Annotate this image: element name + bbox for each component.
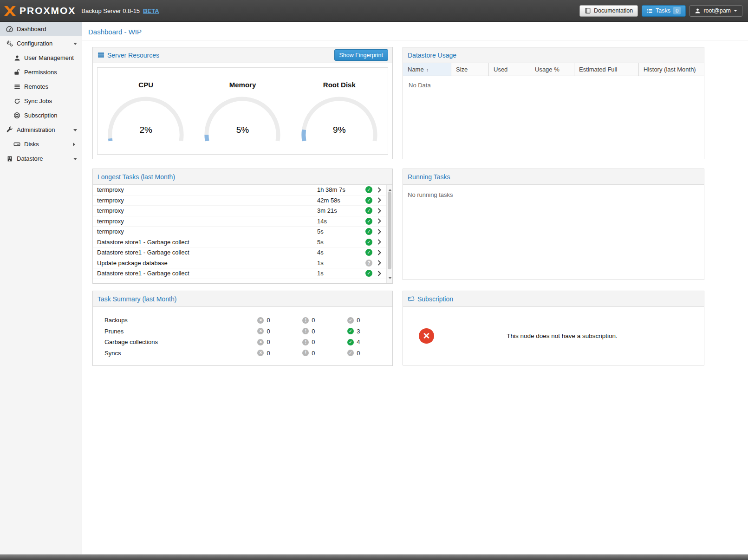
task-row[interactable]: termproxy3m 21s✓ (93, 206, 386, 216)
sidebar-item-remotes[interactable]: Remotes (0, 79, 82, 94)
chevron-right-icon[interactable] (372, 260, 386, 266)
summary-row[interactable]: Syncs ×0 !0 ✓0 (104, 348, 392, 359)
task-row[interactable]: Datastore store1 - Garbage collect4s✓ (93, 247, 386, 258)
error-icon: × (257, 328, 264, 334)
chevron-right-icon[interactable] (372, 229, 386, 234)
building-icon (6, 156, 13, 162)
chevron-right-icon[interactable] (372, 218, 386, 224)
task-status-icon: ? (365, 260, 372, 267)
summary-row[interactable]: Backups ×0 !0 ✓0 (104, 315, 392, 326)
chevron-right-icon[interactable] (372, 208, 386, 214)
user-icon (695, 8, 701, 14)
empty-text: No running tasks (403, 185, 704, 198)
memory-gauge: Memory 5% (196, 68, 289, 154)
task-status-icon: ✓ (365, 249, 372, 256)
column-header-used[interactable]: Used (489, 63, 530, 76)
grid-header: Name↑ Size Used Usage % Estimated Full H… (403, 63, 704, 76)
cpu-gauge-value: 2% (104, 125, 187, 135)
unlock-icon (13, 69, 21, 76)
show-fingerprint-button[interactable]: Show Fingerprint (334, 49, 389, 61)
list-icon (13, 84, 21, 90)
chevron-right-icon[interactable] (372, 187, 386, 193)
sidebar-item-permissions[interactable]: Permissions (0, 65, 82, 79)
chevron-down-icon (73, 43, 77, 47)
warning-icon: ! (302, 328, 309, 334)
column-header-name[interactable]: Name↑ (403, 63, 451, 76)
memory-gauge-value: 5% (201, 125, 284, 135)
chevron-down-icon (73, 129, 77, 133)
sidebar-item-datastore[interactable]: Datastore (0, 151, 82, 166)
chevron-right-icon (73, 143, 77, 146)
hdd-icon (13, 141, 21, 148)
sidebar-item-user-management[interactable]: User Management (0, 51, 82, 65)
task-row[interactable]: termproxy42m 58s✓ (93, 195, 386, 206)
app: PROXMOX Backup Server 0.8-15 BETA Docume… (0, 0, 748, 560)
user-menu-button[interactable]: root@pam (689, 5, 742, 17)
root-disk-gauge: Root Disk 9% (293, 68, 386, 154)
scrollbar-thumb[interactable] (388, 192, 391, 269)
task-status-icon: ✓ (365, 186, 372, 193)
chevron-down-icon (73, 158, 77, 162)
task-row[interactable]: termproxy1h 38m 7s✓ (93, 185, 386, 195)
ticket-icon (408, 295, 415, 302)
topbar: PROXMOX Backup Server 0.8-15 BETA Docume… (0, 0, 748, 22)
chevron-right-icon[interactable] (372, 250, 386, 255)
column-header-history[interactable]: History (last Month) (639, 63, 704, 76)
task-row[interactable]: termproxy14s✓ (93, 216, 386, 227)
tasks-button[interactable]: Tasks 0 (642, 5, 686, 17)
task-status-icon: ✓ (365, 228, 372, 235)
brand-wordmark: PROXMOX (20, 5, 76, 16)
sort-asc-icon: ↑ (426, 67, 429, 72)
panel-title: Server Resources (107, 52, 159, 59)
cpu-gauge: CPU 2% (99, 68, 192, 154)
scrollbar[interactable] (386, 185, 392, 283)
sidebar: Dashboard Configuration User Management (0, 22, 82, 554)
documentation-button[interactable]: Documentation (579, 5, 638, 17)
ok-icon: ✓ (347, 350, 354, 356)
task-summary-body: Backups ×0 !0 ✓0 Prunes ×0 !0 ✓3 (93, 307, 392, 365)
scroll-up-icon[interactable] (388, 187, 392, 191)
sidebar-item-disks[interactable]: Disks (0, 137, 82, 151)
error-icon: × (257, 317, 264, 324)
chevron-right-icon[interactable] (372, 271, 386, 276)
refresh-icon (13, 98, 21, 104)
main-content: Dashboard - WIP Server Resources Show Fi… (82, 22, 748, 554)
subscription-body: × This node does not have a subscription… (403, 307, 704, 365)
beta-link[interactable]: BETA (143, 7, 159, 14)
wrench-icon (6, 126, 13, 133)
running-tasks-panel: Running Tasks No running tasks (403, 169, 704, 280)
task-list-icon (647, 8, 653, 14)
chevron-right-icon[interactable] (372, 197, 386, 203)
column-header-estimated-full[interactable]: Estimated Full (574, 63, 639, 76)
summary-row[interactable]: Prunes ×0 !0 ✓3 (104, 326, 392, 337)
task-row[interactable]: Datastore store1 - Garbage collect5s✓ (93, 237, 386, 248)
sidebar-item-subscription[interactable]: Subscription (0, 108, 82, 123)
page-header: Dashboard - WIP (82, 22, 748, 40)
sidebar-item-administration[interactable]: Administration (0, 123, 82, 137)
sidebar-item-configuration[interactable]: Configuration (0, 36, 82, 51)
server-resources-panel: Server Resources Show Fingerprint CPU (92, 47, 393, 159)
scroll-down-icon[interactable] (388, 277, 392, 281)
task-row[interactable]: Datastore store1 - Garbage collect1s✓ (93, 268, 386, 279)
task-row[interactable]: Update package database1s? (93, 258, 386, 269)
proxmox-logo: PROXMOX (4, 5, 76, 16)
server-resources-icon (98, 52, 104, 59)
longest-tasks-list: termproxy1h 38m 7s✓ termproxy42m 58s✓ te… (93, 185, 386, 283)
sidebar-item-dashboard[interactable]: Dashboard (0, 22, 82, 36)
warning-icon: ! (302, 350, 309, 356)
task-status-icon: ✓ (365, 197, 372, 204)
column-header-usage-pct[interactable]: Usage % (530, 63, 574, 76)
subscription-panel: Subscription × This node does not have a… (403, 291, 704, 365)
column-header-size[interactable]: Size (451, 63, 489, 76)
panel-title: Task Summary (last Month) (98, 295, 176, 303)
summary-row[interactable]: Garbage collections ×0 !0 ✓4 (104, 337, 392, 348)
sidebar-item-sync-jobs[interactable]: Sync Jobs (0, 94, 82, 108)
empty-text: No Data (403, 76, 704, 89)
chevron-down-icon (734, 10, 737, 13)
gauges-container: CPU 2% (97, 67, 388, 155)
panel-title: Datastore Usage (408, 52, 456, 59)
panel-title: Longest Tasks (last Month) (98, 173, 175, 181)
task-row[interactable]: termproxy5s✓ (93, 227, 386, 237)
panel-title: Subscription (417, 295, 453, 303)
chevron-right-icon[interactable] (372, 239, 386, 245)
